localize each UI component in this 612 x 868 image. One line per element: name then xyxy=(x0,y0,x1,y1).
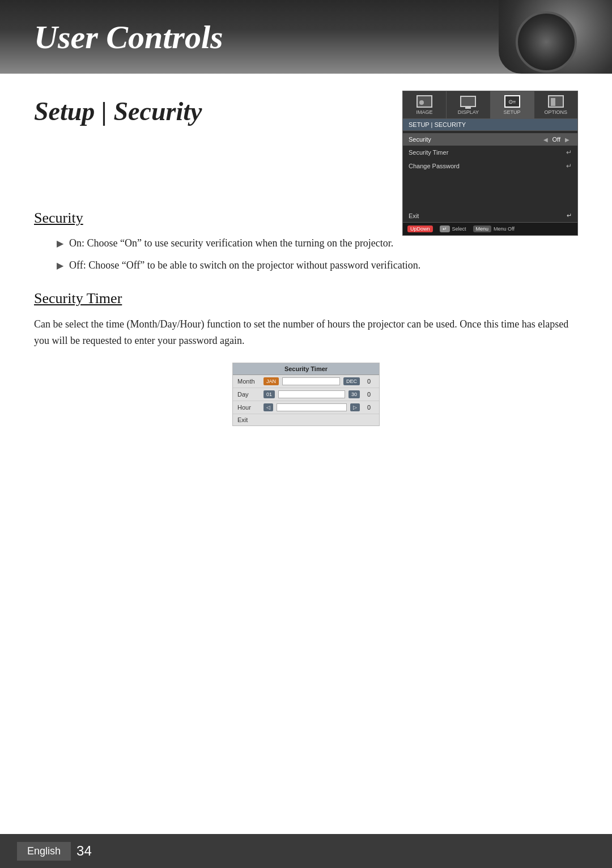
section-title: Setup | Security xyxy=(34,96,202,126)
bullet-arrow-icon: ▶ xyxy=(57,259,63,273)
security-bullet-off: Off: Choose “Off” to be able to switch o… xyxy=(69,258,578,273)
camera-decoration xyxy=(499,0,612,74)
menu-off-label: Menu Off xyxy=(494,226,515,232)
setup-icon xyxy=(504,95,521,108)
stp-day-right-btn[interactable]: 30 xyxy=(348,390,360,398)
osd-tab-image[interactable]: IMAGE xyxy=(403,91,447,118)
osd-menu-security-label: Security xyxy=(409,136,541,143)
security-timer-panel: Security Timer Month JAN DEC 0 Day 01 30… xyxy=(232,363,380,426)
stp-hour-label: Hour xyxy=(237,404,260,411)
osd-menu-security-timer-enter: ↵ xyxy=(566,148,572,156)
osd-tab-options-label: OPTIONS xyxy=(545,109,568,115)
stp-day-bar xyxy=(278,390,345,398)
updown-btn[interactable]: UpDown xyxy=(407,225,433,232)
stp-month-value: 0 xyxy=(363,378,375,385)
osd-exit-label: Exit xyxy=(409,212,419,219)
stp-day-label: Day xyxy=(237,391,260,398)
osd-menu-security-left-arrow: ◀ xyxy=(543,137,548,143)
osd-tab-setup[interactable]: SETUP xyxy=(491,91,534,118)
stp-row-hour: Hour ◁ ▷ 0 xyxy=(233,401,379,414)
osd-menu-security-timer-label: Security Timer xyxy=(409,149,566,156)
stp-hour-bar xyxy=(277,403,347,411)
osd-menu-change-password-enter: ↵ xyxy=(566,162,572,170)
osd-menu-security-value: Off xyxy=(552,136,560,143)
osd-menu-change-password-label: Change Password xyxy=(409,163,566,169)
stp-exit-label: Exit xyxy=(237,416,248,423)
stp-month-bar xyxy=(282,377,340,385)
security-timer-section: Security Timer Can be select the time (M… xyxy=(34,290,578,426)
osd-exit[interactable]: Exit ↵ xyxy=(403,209,577,222)
security-timer-heading: Security Timer xyxy=(34,290,578,307)
select-btn[interactable]: ↵ xyxy=(440,225,450,232)
osd-footer-select: ↵ Select xyxy=(440,225,466,232)
stp-hour-right-btn[interactable]: ▷ xyxy=(350,403,360,411)
options-icon xyxy=(547,95,564,108)
sections-area: Security ▶ On: Choose “On” to use securi… xyxy=(34,210,578,426)
page-title: User Controls xyxy=(34,18,223,56)
osd-exit-enter: ↵ xyxy=(567,212,572,219)
osd-menu-item-security[interactable]: Security ◀ Off ▶ xyxy=(403,133,577,146)
osd-tab-setup-label: SETUP xyxy=(504,109,521,115)
osd-tab-options[interactable]: OPTIONS xyxy=(534,91,577,118)
header: User Controls xyxy=(0,0,612,74)
stp-row-month: Month JAN DEC 0 xyxy=(233,375,379,388)
stp-title: Security Timer xyxy=(233,363,379,375)
osd-panel: IMAGE DISPLAY SETUP OPTIONS xyxy=(402,91,578,236)
osd-footer: UpDown ↵ Select Menu Menu Off xyxy=(403,222,577,235)
image-icon xyxy=(416,95,433,108)
display-icon xyxy=(460,95,477,108)
stp-jan-btn[interactable]: JAN xyxy=(264,377,279,385)
stp-hour-left-btn[interactable]: ◁ xyxy=(264,403,273,411)
stp-row-day: Day 01 30 0 xyxy=(233,388,379,401)
main-content: Setup | Security IMAGE DISPLAY SETUP xyxy=(0,74,612,460)
footer-language: English xyxy=(17,842,71,861)
osd-tab-display-label: DISPLAY xyxy=(458,109,479,115)
select-label: Select xyxy=(452,226,466,232)
osd-tabs: IMAGE DISPLAY SETUP OPTIONS xyxy=(403,91,577,119)
stp-month-label: Month xyxy=(237,378,260,385)
stp-exit[interactable]: Exit xyxy=(233,414,379,426)
bullet-arrow-icon: ▶ xyxy=(57,237,63,251)
osd-footer-menu: Menu Menu Off xyxy=(473,225,515,232)
footer-page-number: 34 xyxy=(76,843,92,859)
osd-tab-display[interactable]: DISPLAY xyxy=(447,91,490,118)
security-timer-description: Can be select the time (Month/Day/Hour) … xyxy=(34,316,578,349)
page-footer: English 34 xyxy=(0,834,612,868)
menu-btn[interactable]: Menu xyxy=(473,225,492,232)
stp-day-left-btn[interactable]: 01 xyxy=(264,390,275,398)
osd-footer-updown: UpDown xyxy=(407,225,433,232)
stp-day-value: 0 xyxy=(363,391,375,398)
osd-breadcrumb: SETUP | SECURITY xyxy=(403,119,577,131)
security-bullet-on: On: Choose “On” to use security verifica… xyxy=(69,236,578,251)
osd-menu-security-right-arrow: ▶ xyxy=(565,137,570,143)
stp-dec-btn[interactable]: DEC xyxy=(343,377,360,385)
stp-hour-value: 0 xyxy=(363,404,375,411)
security-bullet-list: ▶ On: Choose “On” to use security verifi… xyxy=(57,236,578,273)
osd-menu-item-security-timer[interactable]: Security Timer ↵ xyxy=(403,146,577,159)
osd-menu-items: Security ◀ Off ▶ Security Timer ↵ Change… xyxy=(403,131,577,175)
list-item: ▶ On: Choose “On” to use security verifi… xyxy=(57,236,578,251)
list-item: ▶ Off: Choose “Off” to be able to switch… xyxy=(57,258,578,273)
osd-tab-image-label: IMAGE xyxy=(416,109,433,115)
osd-menu-item-change-password[interactable]: Change Password ↵ xyxy=(403,159,577,173)
